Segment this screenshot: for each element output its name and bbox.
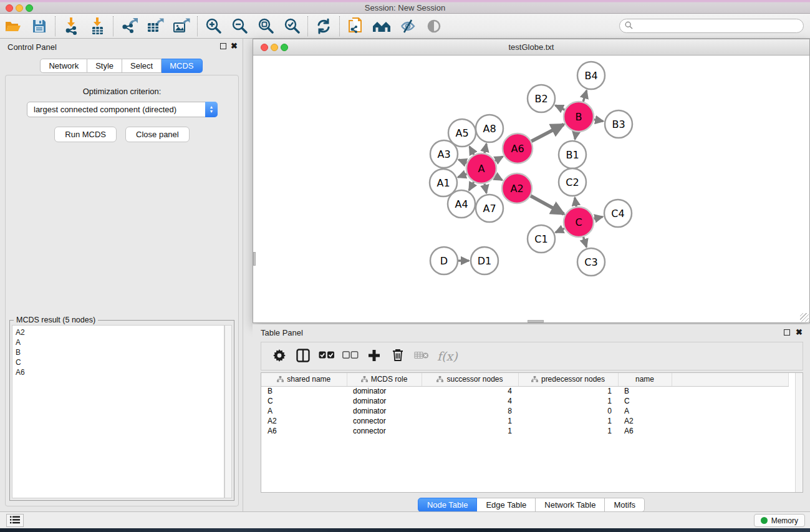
column-layout-button[interactable] <box>291 344 315 368</box>
export-network-button[interactable] <box>116 15 142 37</box>
result-list-item[interactable]: A6 <box>16 367 224 377</box>
window-resize-grip[interactable] <box>800 313 809 322</box>
settings-gear-button[interactable] <box>268 344 291 368</box>
graph-edge-B-B2[interactable] <box>556 105 565 110</box>
scrollbar-thumb[interactable] <box>253 252 256 266</box>
table-cell[interactable]: 1 <box>518 426 618 436</box>
tab-edge-table[interactable]: Edge Table <box>477 498 536 512</box>
graph-edge-A-A6[interactable] <box>495 157 503 161</box>
node-table[interactable]: shared name MCDS role successor nodes pr… <box>261 372 803 493</box>
table-row[interactable]: Adominator80A <box>261 406 788 416</box>
zoom-in-button[interactable] <box>200 15 226 37</box>
network-horizontal-scrollbar[interactable] <box>253 319 809 322</box>
open-session-button[interactable] <box>0 15 26 37</box>
hide-details-button[interactable] <box>395 15 421 37</box>
table-cell[interactable]: C <box>261 396 347 406</box>
table-cell[interactable]: 1 <box>518 396 618 406</box>
result-list-item[interactable]: A2 <box>16 327 224 337</box>
deselect-all-button[interactable] <box>339 344 362 368</box>
table-cell[interactable]: connector <box>347 426 422 436</box>
table-cell[interactable]: dominator <box>347 396 422 406</box>
tab-style[interactable]: Style <box>87 59 122 73</box>
export-table-button[interactable] <box>142 15 168 37</box>
tab-network-table[interactable]: Network Table <box>536 498 605 512</box>
table-cell[interactable]: 4 <box>422 386 518 396</box>
graph-edge-A2-C[interactable] <box>531 196 564 214</box>
table-cell[interactable]: A <box>261 406 347 416</box>
add-column-button[interactable] <box>362 344 386 368</box>
table-cell[interactable]: 8 <box>422 406 518 416</box>
graph-edge-A-A2[interactable] <box>495 176 503 180</box>
close-panel-icon[interactable]: ✖ <box>231 41 238 51</box>
graph-edge-B-B4[interactable] <box>583 90 586 102</box>
close-panel-button[interactable]: Close panel <box>125 127 190 142</box>
tab-motifs[interactable]: Motifs <box>605 498 645 512</box>
tab-mcds[interactable]: MCDS <box>162 59 202 73</box>
graph-edge-A-A3[interactable] <box>458 160 466 163</box>
network-canvas[interactable]: B4B2BB3A5A8A6A3B1AA1C2A2A4A7C4CC1DD1C3 <box>253 56 809 322</box>
graph-edge-B-B1[interactable] <box>575 132 576 140</box>
table-cell[interactable]: A6 <box>261 426 347 436</box>
graph-edge-C-C4[interactable] <box>594 216 602 218</box>
mcds-result-list[interactable]: A2ABCA6 <box>12 325 224 498</box>
graph-edge-A6-B[interactable] <box>531 124 564 141</box>
search-box[interactable] <box>619 19 804 33</box>
network-vertical-scrollbar[interactable] <box>253 56 256 322</box>
search-input[interactable] <box>636 21 803 32</box>
table-cell[interactable]: C <box>618 396 672 406</box>
table-cell[interactable]: A6 <box>618 426 672 436</box>
table-cell[interactable]: B <box>261 386 347 396</box>
result-list-item[interactable]: C <box>16 357 224 367</box>
graph-edge-A-A7[interactable] <box>485 183 486 193</box>
table-cell[interactable]: 0 <box>518 406 618 416</box>
save-session-button[interactable] <box>26 15 52 37</box>
table-cell[interactable]: A2 <box>261 416 347 426</box>
table-cell[interactable]: A <box>618 406 672 416</box>
table-cell[interactable]: connector <box>347 416 422 426</box>
graph-edge-A-A5[interactable] <box>470 147 474 155</box>
graph-edge-C-C2[interactable] <box>575 198 576 207</box>
table-cell[interactable]: 1 <box>422 416 518 426</box>
result-list-scrollbar[interactable] <box>224 325 232 498</box>
scrollbar-thumb[interactable] <box>528 320 544 322</box>
column-header-mcds-role[interactable]: MCDS role <box>347 373 422 386</box>
graph-edge-A-A4[interactable] <box>469 182 474 190</box>
table-cell[interactable]: 1 <box>518 386 618 396</box>
table-cell[interactable]: A2 <box>618 416 672 426</box>
refresh-button[interactable] <box>311 15 337 37</box>
export-image-button[interactable] <box>168 15 195 37</box>
graph-edge-C-C1[interactable] <box>556 228 564 232</box>
close-panel-icon[interactable]: ✖ <box>796 327 803 337</box>
table-row[interactable]: A6connector11A6 <box>261 426 788 436</box>
delete-button[interactable] <box>386 344 410 368</box>
delete-table-button[interactable] <box>410 344 433 368</box>
table-cell[interactable]: dominator <box>347 386 422 396</box>
table-vertical-scrollbar[interactable] <box>795 373 803 492</box>
import-table-button[interactable] <box>84 15 110 37</box>
table-row[interactable]: A2connector11A2 <box>261 416 788 426</box>
show-task-history-button[interactable] <box>6 514 24 527</box>
show-details-button[interactable] <box>421 15 447 37</box>
graph-edge-B-B3[interactable] <box>594 120 604 122</box>
table-cell[interactable]: B <box>618 386 672 396</box>
float-panel-icon[interactable] <box>784 329 790 336</box>
table-cell[interactable]: dominator <box>347 406 422 416</box>
graph-edge-C-C3[interactable] <box>583 237 586 247</box>
graph-edge-A-A8[interactable] <box>485 143 486 153</box>
import-network-button[interactable] <box>58 15 84 37</box>
network-window-titlebar[interactable]: testGlobe.txt <box>253 39 809 56</box>
table-cell[interactable]: 4 <box>422 396 518 406</box>
open-cybrowser-button[interactable] <box>369 15 395 37</box>
new-network-from-selection-button[interactable] <box>342 15 369 37</box>
result-list-item[interactable]: B <box>16 347 224 357</box>
result-list-item[interactable]: A <box>16 337 224 347</box>
zoom-selected-button[interactable] <box>279 15 305 37</box>
tab-select[interactable]: Select <box>122 59 162 73</box>
graph-edge-A-A1[interactable] <box>458 174 466 177</box>
tab-node-table[interactable]: Node Table <box>418 498 478 512</box>
function-builder-icon[interactable]: f(x) <box>437 349 458 363</box>
column-header-shared-name[interactable]: shared name <box>261 373 347 386</box>
memory-button[interactable]: Memory <box>754 514 805 527</box>
criterion-dropdown[interactable]: largest connected component (directed) ▲… <box>27 102 218 117</box>
table-cell[interactable]: 1 <box>422 426 518 436</box>
